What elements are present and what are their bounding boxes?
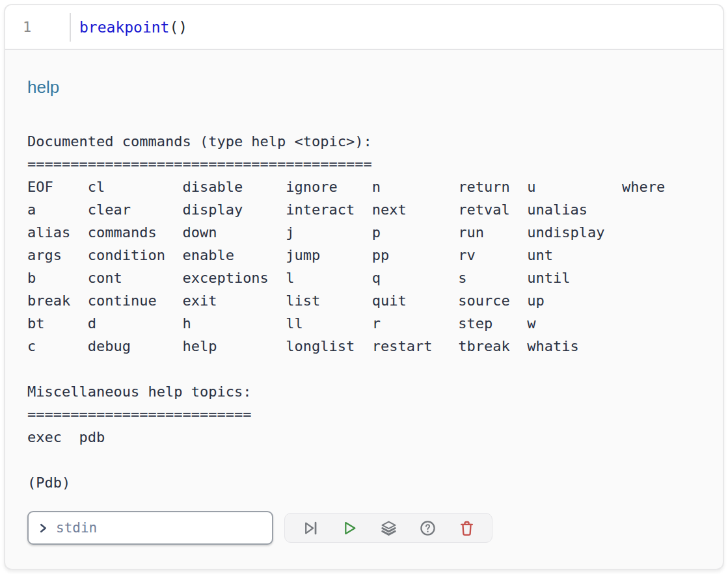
chevron-right-icon — [38, 523, 49, 534]
stack-button[interactable] — [379, 519, 398, 537]
clear-button[interactable] — [457, 519, 476, 537]
code-editor-row: 1 breakpoint() — [5, 5, 723, 50]
step-next-icon — [302, 519, 319, 537]
command-echo: help — [27, 77, 701, 97]
code-token-parens: () — [169, 19, 187, 36]
code-token-function: breakpoint — [79, 19, 169, 36]
stdin-field[interactable] — [56, 520, 263, 536]
code-line[interactable]: breakpoint() — [71, 19, 187, 36]
trash-icon — [458, 519, 476, 537]
layers-icon — [380, 519, 398, 537]
debug-toolbar — [284, 513, 492, 543]
line-number: 1 — [5, 19, 70, 35]
output-panel: help Documented commands (type help <top… — [5, 77, 723, 545]
help-button[interactable] — [418, 519, 437, 537]
run-play-icon — [341, 519, 358, 537]
help-output-pre: Documented commands (type help <topic>):… — [27, 130, 701, 494]
stdin-input[interactable] — [27, 511, 273, 545]
run-button[interactable] — [340, 519, 358, 537]
console-row — [27, 511, 701, 545]
help-circle-icon — [419, 519, 437, 537]
debug-cell-card: 1 breakpoint() help Documented commands … — [4, 4, 724, 570]
step-next-button[interactable] — [301, 519, 319, 537]
